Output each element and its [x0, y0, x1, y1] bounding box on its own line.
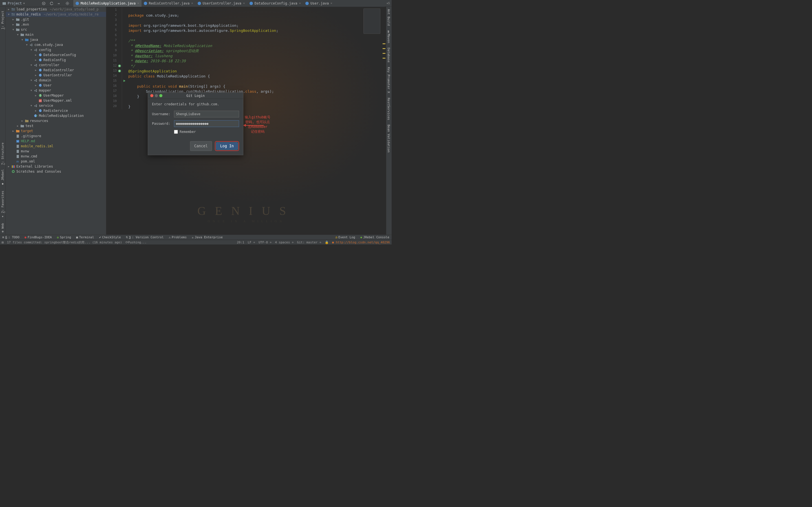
lock-icon[interactable]: 🔒	[325, 240, 329, 244]
tree-item[interactable]: ▼config	[6, 47, 106, 52]
locate-icon[interactable]	[42, 1, 46, 5]
cancel-button[interactable]: Cancel	[190, 141, 212, 151]
tree-item[interactable]: CMobileRedisApplication	[6, 113, 106, 118]
tree-item[interactable]: ▶load_properties~/work/java_study/load_p	[6, 7, 106, 12]
tree-item[interactable]: Scratches and Consoles	[6, 169, 106, 174]
tab-mobileredisapplication[interactable]: MobileRedisApplication.java×	[73, 0, 142, 7]
left-toolwindow-bar: 1: Project 7: Structure ◆ JRebel ★ 2: Fa…	[0, 7, 6, 235]
tool-database[interactable]: Database	[386, 45, 391, 65]
java-class-icon	[75, 2, 79, 5]
tree-item[interactable]: ▶resources	[6, 118, 106, 123]
svg-point-16	[31, 44, 33, 45]
tree-item[interactable]: ▼main	[6, 32, 106, 37]
tree-item[interactable]: mobile_redis.iml	[6, 144, 106, 149]
caret-pos[interactable]: 20:1	[237, 240, 245, 244]
tab-usercontroller[interactable]: UserController.java×	[195, 0, 247, 7]
tree-item[interactable]: mvnw.cmd	[6, 154, 106, 159]
tree-item[interactable]: ▼mapper	[6, 88, 106, 93]
login-button[interactable]: Log In	[216, 142, 238, 150]
encoding[interactable]: UTF-8 ÷	[259, 240, 271, 244]
tool-restservices[interactable]: RestServices	[386, 96, 391, 122]
tool-terminal[interactable]: ▣ Terminal	[76, 235, 94, 239]
tree-item[interactable]: ▶CDataSourceConfig	[6, 52, 106, 57]
bottom-toolbar: ≡ 6: 6: TODOTODO ● FindBugs-IDEA ✿ Sprin…	[0, 235, 392, 240]
tree-item[interactable]: ▼controller	[6, 62, 106, 68]
tool-findbugs[interactable]: ● FindBugs-IDEA	[24, 235, 52, 239]
tree-item[interactable]: ▶IUserMapper	[6, 93, 106, 98]
tool-maven[interactable]: m Maven	[386, 28, 391, 46]
tool-problems[interactable]: ⚠ Problems	[168, 235, 187, 239]
close-icon[interactable]: ×	[331, 1, 333, 5]
tree-item[interactable]: ▶CRedisService	[6, 108, 106, 113]
tool-javaee[interactable]: ☕ Java Enterprise	[192, 235, 223, 239]
tree-item[interactable]: ▶CUser	[6, 83, 106, 88]
indent[interactable]: 4 spaces ÷	[275, 240, 294, 244]
tree-item[interactable]: ▶CRedisConfig	[6, 57, 106, 62]
tool-beanvalidation[interactable]: Bean Validation	[386, 122, 391, 155]
refresh-icon[interactable]	[50, 1, 54, 5]
tree-item[interactable]: mpom.xml	[6, 159, 106, 164]
password-input[interactable]	[174, 120, 239, 127]
tool-spring[interactable]: ✿ Spring	[57, 235, 71, 239]
svg-point-19	[36, 49, 37, 50]
tree-item[interactable]: ▶CRedisController	[6, 68, 106, 73]
project-icon	[2, 1, 6, 5]
tool-keypromoter[interactable]: Key Promoter X	[386, 65, 391, 96]
menu-icon[interactable]: ▤	[2, 240, 4, 244]
tool-favorites[interactable]: ★ 2: Favorites	[1, 188, 4, 221]
tool-vcs[interactable]: ↯ 9: Version Control	[126, 235, 164, 239]
tab-user[interactable]: User.java×	[303, 0, 335, 7]
warning-markers	[383, 43, 386, 62]
tree-item[interactable]: ↓HELP.md	[6, 138, 106, 144]
svg-rect-54	[17, 145, 19, 148]
jrebel-console[interactable]: ◆ JRebel Console	[360, 235, 389, 239]
username-input[interactable]	[174, 111, 239, 117]
event-log[interactable]: ◔ Event Log	[335, 235, 355, 239]
tool-web[interactable]: ⊕ Web	[1, 221, 4, 235]
dialog-titlebar[interactable]: Git Login	[148, 93, 243, 99]
tool-todo[interactable]: ≡ 6: 6: TODOTODO	[2, 235, 19, 239]
tab-rediscontroller[interactable]: RedisController.java×	[142, 0, 195, 7]
remember-checkbox[interactable]	[174, 130, 178, 134]
close-icon[interactable]: ×	[191, 1, 193, 5]
tree-item[interactable]: .gitignore	[6, 133, 106, 138]
gear-icon[interactable]	[65, 1, 69, 5]
tool-project[interactable]: 1: Project	[1, 8, 4, 32]
pushing-status: ⟳Pushing...	[125, 240, 147, 244]
tree-item[interactable]: mvnw	[6, 149, 106, 154]
tree-item[interactable]: ▶.git	[6, 17, 106, 22]
tree-item[interactable]: ▼java	[6, 37, 106, 42]
close-icon[interactable]: ×	[137, 1, 139, 5]
svg-rect-56	[17, 155, 19, 158]
git-branch[interactable]: Git: master ÷	[297, 240, 321, 244]
password-label: Password:	[152, 122, 172, 126]
svg-point-32	[35, 80, 36, 81]
project-tree[interactable]: ▶load_properties~/work/java_study/load_p…	[6, 7, 106, 235]
tree-item[interactable]: xmlUserMapper.xml	[6, 98, 106, 103]
svg-text:C: C	[40, 84, 41, 87]
project-dropdown[interactable]: Project ▼ ⇥	[0, 1, 73, 5]
tree-item[interactable]: ▶test	[6, 123, 106, 128]
editor-tabs: MobileRedisApplication.java× RedisContro…	[73, 0, 385, 7]
tree-item[interactable]: ▶.mvn	[6, 22, 106, 27]
tree-item[interactable]: ▶External Libraries	[6, 164, 106, 169]
close-icon[interactable]: ×	[243, 1, 245, 5]
tree-item[interactable]: ▶CUserController	[6, 73, 106, 78]
svg-text:C: C	[35, 115, 36, 117]
tab-datasourceconfig[interactable]: DataSourceConfig.java×	[247, 0, 303, 7]
tree-item[interactable]: ▼mobile_redis~/work/java_study/mobile_re	[6, 12, 106, 17]
tool-jrebel[interactable]: ◆ JRebel	[1, 167, 4, 188]
tool-checkstyle[interactable]: ✔ CheckStyle	[99, 235, 121, 239]
close-icon[interactable]: ×	[299, 1, 301, 5]
tree-item[interactable]: ▼com.study.java	[6, 42, 106, 47]
tool-antbuild[interactable]: Ant Build	[386, 7, 391, 28]
tool-structure[interactable]: 7: Structure	[1, 140, 4, 167]
minimap[interactable]	[363, 8, 380, 34]
tree-item[interactable]: ▼src	[6, 27, 106, 32]
tree-item[interactable]: ▼service	[6, 103, 106, 108]
tree-item[interactable]: ▶target	[6, 128, 106, 133]
line-sep[interactable]: LF ÷	[248, 240, 255, 244]
tree-item[interactable]: ▼domain	[6, 78, 106, 83]
svg-point-34	[36, 80, 37, 82]
collapse-icon[interactable]: ⇥	[57, 1, 61, 5]
